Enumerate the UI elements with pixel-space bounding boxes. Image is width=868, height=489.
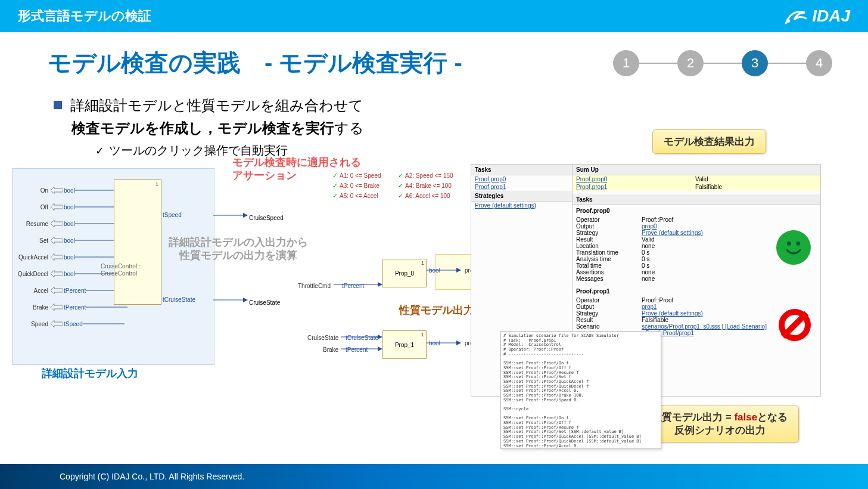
task-link[interactable]: Proof.prop1 (471, 183, 572, 191)
input-port-row: Accel tPercent (15, 282, 127, 299)
result-key: Operator (576, 216, 642, 223)
sumup-name[interactable]: Proof.prop0 (576, 176, 695, 182)
port-arrow-icon (51, 320, 63, 327)
p1-in1-label: CruiseState (307, 335, 338, 341)
falsifiable-forbidden-icon (779, 309, 811, 341)
result-value-link[interactable]: prop0 (642, 223, 817, 230)
signal-arrow (341, 345, 382, 353)
assertion-text: A6: Accel <= 100 (405, 193, 450, 199)
strategies-header: Strategies (471, 191, 572, 202)
port-arrow-icon (51, 203, 63, 211)
step-2: 2 (677, 50, 704, 76)
detail1-title: Proof.prop1 (573, 286, 820, 297)
port-type: bool (64, 237, 75, 244)
result-value: none (642, 269, 655, 276)
input-port-row: Speed tSpeed (15, 315, 127, 332)
svg-point-0 (786, 19, 790, 23)
svg-point-34 (796, 242, 800, 246)
top-banner: 形式言語モデルの検証 IDAJ (0, 0, 868, 32)
result-row: OperatorProof::Proof (573, 216, 820, 223)
step-indicator: 1 2 3 4 (613, 50, 832, 76)
port-wire (75, 253, 117, 261)
block-name-l1: CruiseControl:: (101, 263, 141, 270)
sumup-name[interactable]: Proof.prop1 (576, 184, 695, 190)
port-wire (75, 203, 117, 211)
assertion-item: ✓A1: 0 <= Speed (332, 172, 398, 179)
signal-arrow (213, 296, 249, 304)
port-type: tSpeed (64, 321, 83, 327)
port-name: Speed (15, 321, 51, 327)
input-port-row: Set bool (15, 232, 127, 249)
port-type: bool (64, 271, 75, 277)
result-key: Scenario (576, 323, 642, 330)
bullet-2-tail: する (334, 120, 364, 136)
assertion-item: ✓A4: Brake <= 100 (398, 182, 469, 190)
port-type: tPercent (64, 287, 86, 294)
svg-marker-13 (51, 287, 63, 294)
task-link[interactable]: Proof.prop0 (471, 175, 572, 183)
svg-marker-30 (456, 268, 461, 273)
cruise-control-block: 1 (114, 179, 161, 305)
assertion-item: ✓A3: 0 <= Brake (332, 182, 398, 190)
port-arrow-icon (51, 287, 63, 294)
result-value: Falsifiable (642, 317, 668, 323)
result-row: Messagesnone (573, 276, 820, 282)
result-key: Total time (576, 262, 642, 269)
result-value: 0 s (642, 262, 649, 269)
result-key: Operator (576, 297, 642, 304)
port-type: bool (64, 187, 75, 194)
tasks-header-right: Tasks (573, 194, 820, 205)
result-value: Proof::Proof (642, 297, 673, 304)
gray-annotation: 詳細設計モデルの入出力から 性質モデルの出力を演算 (155, 236, 322, 262)
c2-l2: 反例シナリオの出力 (652, 424, 788, 437)
step-connector (639, 63, 677, 64)
callout-result-output: モデル検査結果出力 (652, 129, 766, 154)
sumup-row: Proof.prop1Falsifiable (573, 183, 820, 191)
prop0-name: Prop_0 (395, 270, 414, 277)
model-inputs-panel: On bool Off bool Resume bool Set bool Qu… (12, 168, 214, 365)
strategy-link[interactable]: Prove (default settings) (471, 202, 572, 209)
sumup-header: Sum Up (573, 165, 820, 175)
svg-marker-26 (378, 335, 382, 339)
sumup-row: Proof.prop0Valid (573, 175, 820, 183)
port-name: Resume (15, 221, 51, 227)
port-wire (83, 320, 125, 327)
block-name-l2: CruiseControl (101, 270, 141, 277)
assertion-list: ✓A1: 0 <= Speed✓A2: Speed <= 150✓A3: 0 <… (332, 172, 469, 200)
bullet-square-icon (54, 101, 62, 109)
step-1: 1 (613, 50, 639, 76)
assertion-text: A3: 0 <= Brake (340, 182, 379, 189)
input-port-row: Brake tPercent (15, 299, 127, 315)
result-key: Strategy (576, 230, 642, 236)
result-value: Valid (642, 236, 655, 243)
port-arrow-icon (51, 237, 63, 244)
port-arrow-icon (51, 187, 63, 194)
result-row: Outputprop0 (573, 223, 820, 230)
logo-icon (783, 7, 807, 26)
port-arrow-icon (51, 270, 63, 277)
signal-arrow (427, 339, 462, 347)
page-title: モデル検査の実践 - モデル検査実行 - (48, 47, 462, 79)
sumup-status: Valid (695, 176, 767, 182)
callout-counterexample: 性質モデル出力 = falseとなる 反例シナリオの出力 (640, 406, 799, 442)
detail0-title: Proof.prop0 (573, 205, 820, 216)
svg-marker-11 (51, 270, 63, 277)
input-port-row: Off bool (15, 199, 127, 215)
property-output-caption: 性質モデル出力 (399, 303, 474, 317)
port-name: Accel (15, 287, 51, 294)
step-4: 4 (806, 50, 832, 76)
cruise-control-label: CruiseControl:: CruiseControl (101, 263, 141, 277)
assertion-title-l1: モデル検査時に適用される (232, 156, 361, 169)
svg-marker-7 (51, 237, 63, 244)
result-value: Proof::Proof (642, 216, 673, 223)
check-icon: ✓ (332, 192, 338, 200)
svg-marker-17 (51, 320, 63, 327)
check-icon: ✓ (398, 182, 403, 190)
svg-point-33 (787, 242, 791, 246)
copyright: Copyright (C) IDAJ Co., LTD. All Rights … (60, 472, 244, 481)
p1-in2-label: Brake (323, 346, 338, 353)
logo-text: IDAJ (812, 7, 850, 26)
step-connector (704, 63, 742, 64)
bullet-1-text: 詳細設計モデルと性質モデルを組み合わせて (70, 96, 363, 115)
svg-marker-5 (51, 220, 63, 227)
